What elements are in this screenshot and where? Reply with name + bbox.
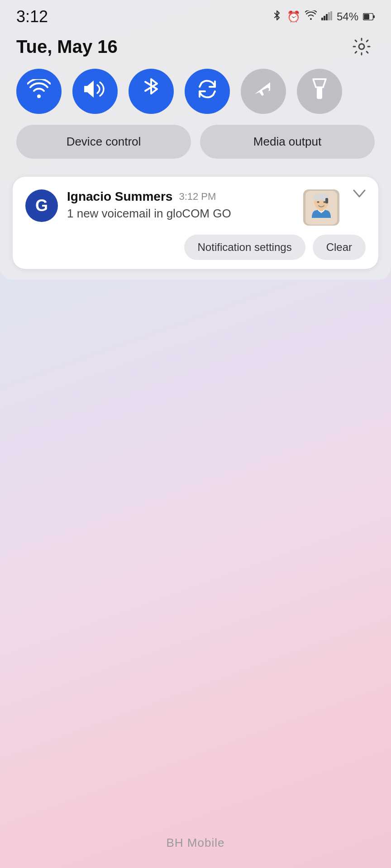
status-icons: ⏰ 54%	[272, 10, 375, 24]
svg-rect-2	[326, 14, 328, 20]
notification-panel: 3:12 ⏰	[0, 0, 391, 280]
wifi-toggle[interactable]	[16, 69, 62, 114]
svg-point-9	[37, 94, 41, 98]
sync-toggle[interactable]	[185, 69, 230, 114]
sync-toggle-icon	[196, 78, 219, 105]
notification-settings-button[interactable]: Notification settings	[184, 235, 305, 260]
wifi-toggle-icon	[27, 79, 51, 104]
svg-rect-6	[364, 14, 369, 19]
alarm-status-icon: ⏰	[287, 10, 300, 23]
action-buttons: Device control Media output	[0, 125, 391, 168]
date-row: Tue, May 16	[0, 29, 391, 69]
svg-point-14	[317, 201, 319, 203]
airplane-toggle-icon	[252, 78, 275, 105]
svg-rect-7	[373, 15, 375, 18]
wifi-status-icon	[305, 10, 317, 23]
notification-time: 3:12 PM	[179, 191, 216, 203]
bluetooth-toggle-icon	[143, 77, 160, 105]
flashlight-toggle-icon	[311, 77, 328, 105]
notification-clear-button[interactable]: Clear	[313, 235, 366, 260]
svg-rect-4	[330, 11, 332, 20]
notification-actions: Notification settings Clear	[25, 226, 366, 269]
svg-rect-1	[324, 16, 325, 20]
device-control-button[interactable]: Device control	[16, 125, 191, 159]
svg-point-15	[324, 201, 326, 203]
bluetooth-status-icon	[272, 10, 282, 24]
notification-expand-chevron[interactable]	[348, 189, 366, 198]
svg-rect-16	[325, 198, 328, 203]
airplane-toggle[interactable]	[241, 69, 286, 114]
app-icon-letter: G	[35, 196, 48, 215]
date-display: Tue, May 16	[16, 37, 118, 57]
sound-toggle[interactable]	[72, 69, 118, 114]
svg-rect-10	[317, 87, 322, 99]
svg-rect-0	[321, 18, 323, 20]
notification-content: Ignacio Summers 3:12 PM 1 new voicemail …	[67, 189, 294, 221]
status-bar: 3:12 ⏰	[0, 0, 391, 29]
notification-header: G Ignacio Summers 3:12 PM 1 new voicemai…	[25, 189, 366, 226]
notification-message: 1 new voicemail in gloCOM GO	[67, 207, 231, 220]
sound-toggle-icon	[84, 79, 106, 104]
battery-status: 54%	[337, 10, 358, 23]
app-icon: G	[25, 189, 58, 222]
status-time: 3:12	[16, 7, 48, 26]
svg-rect-17	[319, 208, 324, 211]
notification-sender: Ignacio Summers	[67, 189, 172, 204]
flashlight-toggle[interactable]	[297, 69, 342, 114]
watermark: BH Mobile	[167, 836, 225, 850]
svg-rect-3	[328, 12, 330, 20]
notification-title-row: Ignacio Summers 3:12 PM	[67, 189, 294, 204]
bluetooth-toggle[interactable]	[129, 69, 174, 114]
svg-point-8	[359, 44, 364, 49]
signal-status-icon	[321, 10, 332, 23]
quick-toggles	[0, 69, 391, 125]
battery-icon	[363, 10, 375, 23]
media-output-button[interactable]: Media output	[200, 125, 375, 159]
notification-card: G Ignacio Summers 3:12 PM 1 new voicemai…	[13, 177, 378, 269]
settings-button[interactable]	[348, 33, 375, 60]
notification-avatar	[303, 189, 339, 226]
